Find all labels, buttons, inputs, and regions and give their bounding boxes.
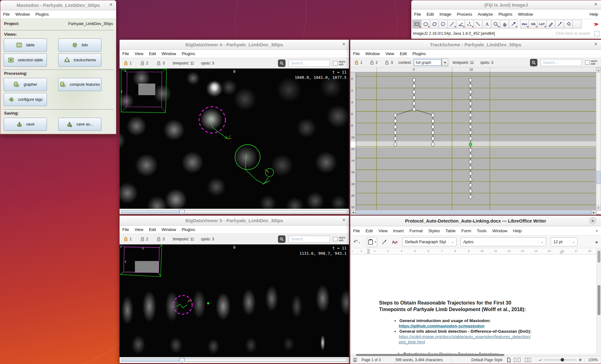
more-tool-button[interactable]: ≫ xyxy=(592,20,600,28)
lock-1[interactable]: 1 xyxy=(123,237,132,242)
close-icon[interactable]: × xyxy=(594,41,597,47)
selected-spot[interactable] xyxy=(469,142,472,146)
save-button[interactable]: save xyxy=(4,118,47,131)
menu-item-file[interactable]: File xyxy=(120,51,132,56)
chevron-down-icon[interactable]: ⌄ xyxy=(538,240,546,244)
scroll-right-icon[interactable]: ▶ xyxy=(591,210,596,215)
dropper-tool-button[interactable] xyxy=(509,20,518,28)
menu-item-format[interactable]: Format xyxy=(407,228,426,233)
polygon-tool-button[interactable] xyxy=(430,20,439,28)
spot[interactable] xyxy=(469,148,472,152)
menu-item-insert[interactable]: Insert xyxy=(390,228,407,233)
spot[interactable] xyxy=(394,137,397,141)
oval-tool-button[interactable] xyxy=(421,20,430,28)
menu-item-window[interactable]: Window xyxy=(490,228,510,233)
toolbar-overflow-icon[interactable]: » xyxy=(595,239,598,244)
spot[interactable] xyxy=(469,113,472,117)
zoom-tool-button[interactable] xyxy=(491,20,500,28)
menu-item-plugins[interactable]: Plugins xyxy=(179,227,198,232)
search-button[interactable] xyxy=(530,59,537,66)
menu-item-file[interactable]: File xyxy=(120,227,132,232)
clear-formatting-icon[interactable]: A xyxy=(391,239,398,245)
lock-2[interactable]: 2 xyxy=(140,237,148,242)
time-slider-handle[interactable] xyxy=(179,210,185,215)
spot[interactable] xyxy=(394,131,397,135)
lut-tool-button[interactable]: LUT xyxy=(537,20,547,28)
spot[interactable] xyxy=(469,102,472,105)
horizontal-scrollbar[interactable]: ◀ ▶ xyxy=(350,210,597,215)
close-icon[interactable]: × xyxy=(594,2,597,7)
imagej-search-hint[interactable]: Click here to search xyxy=(556,31,590,36)
starts-with-checkbox[interactable] xyxy=(585,60,589,65)
menu-item-table[interactable]: Table xyxy=(443,228,458,233)
bdv4-titlebar[interactable]: BigDataViewer 4 - Parhyale_LimbDev_30tps… xyxy=(120,40,349,50)
page-style[interactable]: Default Page Style xyxy=(471,358,502,362)
single-page-view-icon[interactable] xyxy=(507,357,511,362)
paste-dropdown-icon[interactable]: ▾ xyxy=(375,240,376,244)
spot[interactable] xyxy=(469,154,472,158)
wand-tool-button[interactable] xyxy=(474,20,483,28)
spot[interactable] xyxy=(469,90,472,94)
spot[interactable] xyxy=(469,125,472,129)
spot[interactable] xyxy=(432,113,434,117)
spot[interactable] xyxy=(469,131,472,135)
scrollbar-thumb[interactable] xyxy=(598,251,600,263)
trackscheme-titlebar[interactable]: TrackScheme - Parhyale_LimbDev_30tps × xyxy=(350,40,601,50)
grapher-button[interactable]: grapher xyxy=(4,78,47,91)
configure-tags-button[interactable]: configure tags xyxy=(4,93,47,106)
spare-tool-button[interactable] xyxy=(573,20,582,28)
spot[interactable] xyxy=(469,96,472,100)
bdv5-canvas[interactable]: x z y 0 t = 111131.6, 908.7, 943.1 xyxy=(120,244,349,357)
selected-spot-circle[interactable] xyxy=(173,295,192,314)
spot[interactable] xyxy=(413,102,416,105)
pencil-tool-button[interactable] xyxy=(546,20,555,28)
bdv-button[interactable]: bdv xyxy=(58,38,101,52)
menu-item-help[interactable]: Help xyxy=(587,12,601,17)
lock-2[interactable]: 2 xyxy=(140,61,148,66)
menu-item-view[interactable]: View xyxy=(132,51,146,56)
menu-item-edit[interactable]: Edit xyxy=(363,228,376,233)
context-dropdown[interactable]: full graph ▼ xyxy=(414,59,448,66)
menu-item-window[interactable]: Window xyxy=(515,12,536,17)
vertical-scrollbar[interactable]: ▲ ▼ xyxy=(596,67,601,211)
spot[interactable] xyxy=(432,131,434,135)
tab-stop-selector[interactable]: L xyxy=(352,250,353,253)
menu-item-window[interactable]: Window xyxy=(159,227,179,232)
chevron-down-icon[interactable]: ▼ xyxy=(442,59,448,66)
trackscheme-button[interactable]: trackscheme xyxy=(58,54,101,67)
paragraph-style-select[interactable]: Default Paragraph Styl ⌄ xyxy=(402,237,457,246)
scroll-down-icon[interactable]: ▼ xyxy=(596,205,601,210)
menu-item-analyze[interactable]: Analyze xyxy=(475,12,496,17)
spot[interactable] xyxy=(394,119,397,123)
rectangle-tool-button[interactable] xyxy=(412,20,421,28)
menu-item-edit[interactable]: Edit xyxy=(397,51,409,56)
spot[interactable] xyxy=(413,107,416,111)
multi-page-view-icon[interactable] xyxy=(513,357,521,362)
lock-1[interactable]: 1 xyxy=(123,61,132,66)
save-status-icon[interactable] xyxy=(353,358,357,362)
brush-tool-button[interactable] xyxy=(555,20,564,28)
spot[interactable] xyxy=(413,78,416,82)
document-page[interactable]: Steps to Obtain Reasonable Trajectories … xyxy=(350,254,596,354)
bdv5-time-slider[interactable] xyxy=(120,357,349,362)
spot[interactable] xyxy=(469,183,472,187)
search-input[interactable] xyxy=(289,60,330,67)
fill-tool-button[interactable] xyxy=(564,20,573,28)
spot[interactable] xyxy=(469,177,472,181)
selection-table-button[interactable]: selection table xyxy=(4,54,47,67)
spot[interactable] xyxy=(432,125,434,129)
spot[interactable] xyxy=(394,113,397,117)
imagej-search-box[interactable] xyxy=(594,31,599,36)
spot[interactable] xyxy=(432,142,434,146)
writer-ruler[interactable]: L 123456789101112131415161718 xyxy=(350,248,596,254)
freehand-tool-button[interactable] xyxy=(439,20,448,28)
paste-split-button[interactable]: ▾ xyxy=(367,237,377,247)
menu-item-file[interactable]: File xyxy=(350,51,362,56)
lock-3[interactable]: 3 xyxy=(156,61,165,66)
menu-item-image[interactable]: Image xyxy=(437,12,454,17)
font-size-select[interactable]: 12 pt ⌄ xyxy=(551,237,578,246)
zoom-level[interactable]: 100% xyxy=(588,358,598,362)
close-icon[interactable]: × xyxy=(110,2,112,8)
starts-with-checkbox[interactable] xyxy=(333,237,337,241)
spot[interactable] xyxy=(413,96,416,100)
